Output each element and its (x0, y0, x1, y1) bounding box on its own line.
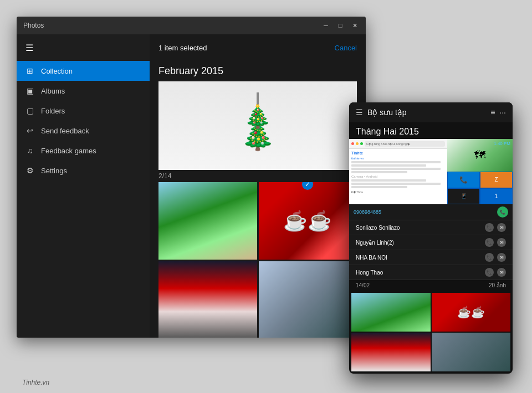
text-line (351, 161, 441, 163)
sidebar-item-label: Feedback games (41, 147, 96, 155)
phone-thumb-esc[interactable] (432, 333, 511, 371)
photo-mall[interactable] (158, 261, 257, 338)
contact-actions: 📞 ✉ (485, 238, 506, 247)
phone-more-icon[interactable]: ··· (499, 108, 506, 117)
fake-url: Cộng đồng Khoa học & Công nghệ (365, 141, 445, 147)
photo-escalator[interactable] (259, 261, 357, 338)
collection-icon: ⊞ (25, 66, 34, 75)
tile-blue2: 1 (480, 188, 513, 205)
dot-green (360, 142, 363, 145)
content-header: 1 item selected Cancel (150, 34, 366, 61)
photos-window: Photos ─ □ ✕ ☰ ⊞ Collection (17, 17, 366, 338)
watermark: Tinhte.vn (22, 379, 49, 386)
contact-actions: 📞 ✉ (485, 223, 506, 232)
sidebar-item-albums[interactable]: ▣ Albums (17, 81, 150, 101)
phone-header: ☰ Bộ sưu tập ≡ ··· (349, 102, 513, 122)
phone-icons: ≡ ··· (490, 108, 506, 117)
contact-actions: 📞 ✉ (485, 268, 506, 277)
sidebar-item-feedback-games[interactable]: ♫ Feedback games (17, 141, 150, 161)
title-bar: Photos ─ □ ✕ (17, 17, 366, 34)
sidebar-item-send-feedback[interactable]: ↩ Send feedback (17, 121, 150, 141)
contact-item[interactable]: Sonliazo Sonliazo 📞 ✉ (349, 220, 513, 235)
text-line (351, 179, 426, 182)
phone-list-icon[interactable]: ≡ (490, 108, 495, 117)
divider-count: 20 ảnh (489, 282, 506, 288)
settings-icon: ⚙ (25, 166, 34, 175)
phone-screen-left: Cộng đồng Khoa học & Công nghệ Tinhte ti… (349, 139, 447, 204)
divider-date: 14/02 (356, 282, 370, 288)
contact-actions: 📞 ✉ (485, 253, 506, 262)
phone-thumb-park[interactable] (351, 293, 431, 332)
phone-window: ☰ Bộ sưu tập ≡ ··· Tháng Hai 2015 Cộng đ… (349, 102, 513, 374)
albums-icon: ▣ (25, 86, 34, 95)
phone-screen-right: 🗺 1:40 PM 📞 Z 📱 1 (447, 139, 513, 204)
contact-msg-btn[interactable]: ✉ (497, 253, 506, 262)
contact-name: Hong Thao (356, 270, 383, 276)
restore-button[interactable]: □ (334, 20, 347, 31)
sidebar-item-label: Send feedback (41, 127, 89, 135)
dot-yellow (356, 142, 359, 145)
text-line (351, 164, 426, 167)
feedback-icon: ↩ (25, 126, 34, 135)
fake-content: Tinhte tinhte.vn Camera • Android Đặt Th… (349, 149, 447, 196)
contact-call-btn[interactable]: 📞 (485, 253, 494, 262)
sidebar-nav: ⊞ Collection ▣ Albums ▢ Folders ↩ Send f… (17, 61, 150, 180)
phone-thumb-area: ☕☕ (349, 291, 513, 374)
contact-call-btn[interactable]: 📞 (485, 268, 494, 277)
phone-month-label: Tháng Hai 2015 (349, 122, 513, 139)
photo-grid: ☕☕ (158, 182, 357, 338)
photo-park[interactable] (158, 182, 257, 260)
window-title: Photos (23, 22, 44, 29)
selection-text: 1 item selected (158, 44, 207, 52)
photo-grid-area[interactable]: February 2015 🎄 2/14 (150, 61, 366, 338)
contact-call-btn[interactable]: 📞 (485, 223, 494, 232)
phone-call-screen: 0908984885 📞 (349, 204, 513, 220)
contact-msg-btn[interactable]: ✉ (497, 223, 506, 232)
call-button[interactable]: 📞 (497, 206, 508, 218)
contact-item[interactable]: NHA BA NOI 📞 ✉ (349, 250, 513, 265)
title-bar-controls: ─ □ ✕ (319, 20, 361, 31)
minimize-button[interactable]: ─ (319, 20, 332, 31)
sidebar: ☰ ⊞ Collection ▣ Albums ▢ Folders (17, 34, 150, 338)
time-label: 1:40 PM (494, 141, 510, 146)
photo-cups[interactable]: ☕☕ (259, 182, 357, 260)
phone-divider: 14/02 20 ảnh (349, 280, 513, 291)
desktop: Photos ─ □ ✕ ☰ ⊞ Collection (0, 0, 532, 393)
contact-item[interactable]: Nguyễn Linh(2) 📞 ✉ (349, 235, 513, 250)
sidebar-item-folders[interactable]: ▢ Folders (17, 101, 150, 121)
phone-map: 🗺 1:40 PM (447, 139, 513, 172)
dot-red (351, 142, 354, 145)
sidebar-item-settings[interactable]: ⚙ Settings (17, 161, 150, 180)
map-icon: 🗺 (474, 149, 485, 162)
sidebar-item-collection[interactable]: ⊞ Collection (17, 61, 150, 81)
window-body: ☰ ⊞ Collection ▣ Albums ▢ Folders (17, 34, 366, 338)
hamburger-icon[interactable]: ☰ (25, 43, 33, 53)
cancel-button[interactable]: Cancel (335, 44, 357, 52)
month-label: February 2015 (158, 65, 357, 77)
fake-heading: Tinhte (351, 151, 445, 155)
featured-photo[interactable]: 🎄 (158, 81, 357, 170)
tile-orange: Z (480, 172, 513, 188)
phone-thumb-mall[interactable] (351, 333, 431, 371)
sidebar-item-label: Folders (41, 107, 65, 115)
contact-call-btn[interactable]: 📞 (485, 238, 494, 247)
sidebar-item-label: Albums (41, 87, 65, 95)
text-line (351, 186, 407, 188)
sidebar-item-label: Settings (41, 167, 67, 175)
close-button[interactable]: ✕ (348, 20, 361, 31)
phone-thumb-cups[interactable]: ☕☕ (432, 293, 511, 332)
folders-icon: ▢ (25, 106, 34, 115)
contact-msg-btn[interactable]: ✉ (497, 268, 506, 277)
phone-header-left: ☰ Bộ sưu tập (356, 108, 407, 117)
contact-item[interactable]: Hong Thao 📞 ✉ (349, 265, 513, 280)
phone-screenshot-area: Cộng đồng Khoa học & Công nghệ Tinhte ti… (349, 139, 513, 204)
phone-title: Bộ sưu tập (367, 108, 407, 117)
sidebar-header: ☰ (17, 34, 150, 61)
tile-dark: 📱 (447, 188, 480, 205)
phone-tiles: 📞 Z 📱 1 (447, 172, 513, 204)
text-line (351, 171, 407, 173)
contact-name: NHA BA NOI (356, 255, 387, 261)
phone-number: 0908984885 (354, 209, 495, 215)
phone-hamburger-icon[interactable]: ☰ (356, 108, 363, 117)
contact-msg-btn[interactable]: ✉ (497, 238, 506, 247)
